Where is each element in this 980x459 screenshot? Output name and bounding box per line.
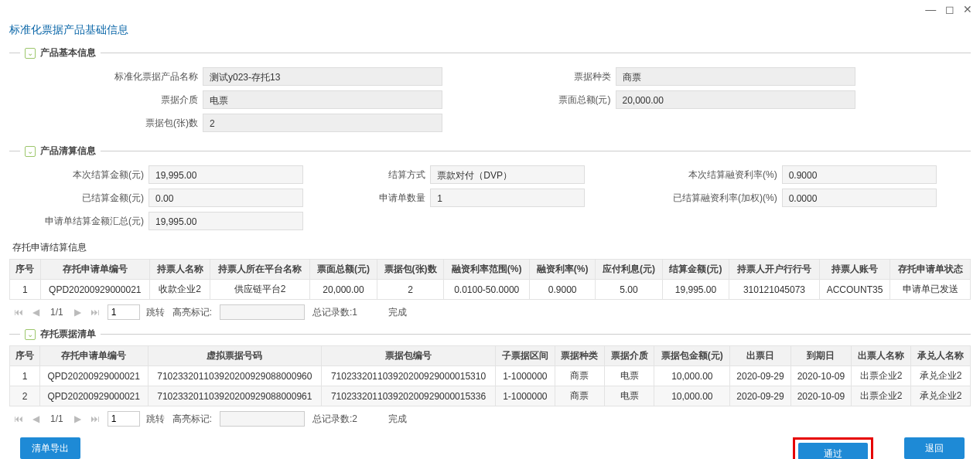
table-header: 到期日: [790, 346, 851, 366]
trust-settle-table: 序号存托申请单编号持票人名称持票人所在平台名称票面总额(元)票据包(张)数融资利…: [9, 259, 971, 300]
table-cell: 310121045073: [729, 280, 819, 300]
collapse-basic-icon[interactable]: ⌄: [25, 48, 36, 59]
pager1-last-icon[interactable]: ⏭: [89, 307, 101, 318]
pager-2: ⏮ ◀ 1/1 ▶ ⏭ 跳转 高亮标记: 总记录数:2 完成: [0, 408, 980, 430]
table-cell: 电票: [605, 366, 654, 386]
pager1-next-icon[interactable]: ▶: [73, 307, 83, 318]
table-header: 票据包(张)数: [377, 260, 444, 280]
pass-button[interactable]: 通过: [798, 443, 868, 459]
table-cell: 2020-10-09: [790, 386, 851, 406]
trust-list-table: 序号存托申请单编号虚拟票据号码票据包编号子票据区间票据种类票据介质票据包金额(元…: [9, 345, 971, 406]
table-cell: 0.0100-50.0000: [444, 280, 530, 300]
page-title: 标准化票据产品基础信息: [0, 19, 980, 42]
label-this-amt: 本次结算金额(元): [9, 168, 149, 182]
table-cell: 2: [377, 280, 444, 300]
pager1-page: 1/1: [47, 307, 67, 318]
label-settled-amt: 已结算金额(元): [9, 192, 149, 205]
close-icon[interactable]: ✕: [963, 3, 972, 15]
table-cell: 710233201103920200929088000961: [148, 386, 322, 406]
table-cell: 供应链平台2: [210, 280, 310, 300]
pager1-prev-icon[interactable]: ◀: [31, 307, 41, 318]
table-header: 结算金额(元): [662, 260, 729, 280]
pager1-jump-label[interactable]: 跳转: [146, 306, 165, 319]
collapse-trust-list-icon[interactable]: ⌄: [25, 329, 36, 340]
table-header: 票据介质: [605, 346, 654, 366]
pager2-total: 总记录数:2: [312, 413, 357, 426]
pager1-first-icon[interactable]: ⏮: [12, 307, 25, 318]
label-this-rate: 本次结算融资利率(%): [650, 168, 782, 182]
table-cell: 出票企业2: [852, 366, 911, 386]
field-bill-type: 商票: [616, 67, 855, 86]
back-button[interactable]: 退回: [904, 437, 965, 459]
trust-settle-heading: 存托申请结算信息: [0, 238, 980, 257]
table-row[interactable]: 2QPD202009290000217102332011039202009290…: [10, 386, 971, 406]
pager1-total: 总记录数:1: [312, 306, 357, 319]
table-header: 出票日: [730, 346, 790, 366]
table-cell: 商票: [555, 366, 604, 386]
table-cell: 710233201103920200929000015310: [322, 366, 496, 386]
table-header: 存托申请单编号: [40, 260, 149, 280]
pager2-first-icon[interactable]: ⏮: [12, 413, 25, 424]
table-row[interactable]: 1QPD20200929000021收款企业2供应链平台220,000.0020…: [10, 280, 971, 300]
collapse-settle-icon[interactable]: ⌄: [25, 146, 36, 157]
pager2-jump-label[interactable]: 跳转: [146, 413, 165, 426]
table-cell: 20,000.00: [310, 280, 377, 300]
table-header: 虚拟票据号码: [148, 346, 322, 366]
table-header: 持票人名称: [150, 260, 210, 280]
field-method: 票款对付（DVP）: [430, 165, 585, 184]
pager2-hl-input[interactable]: [220, 411, 305, 427]
section-trust-list-title: 存托票据清单: [40, 328, 96, 341]
table-cell: 710233201103920200929000015336: [322, 386, 496, 406]
table-cell: 10,000.00: [654, 386, 730, 406]
pager2-last-icon[interactable]: ⏭: [89, 413, 101, 424]
table-cell: 19,995.00: [662, 280, 729, 300]
table-cell: 1-1000000: [495, 366, 555, 386]
table-header: 票面总额(元): [310, 260, 377, 280]
table-cell: ACCOUNT35: [819, 280, 890, 300]
pager1-hl-input[interactable]: [220, 304, 305, 320]
label-medium: 票据介质: [9, 94, 203, 107]
table-cell: QPD20200929000021: [40, 280, 149, 300]
table-cell: QPD20200929000021: [39, 366, 148, 386]
table-cell: 2020-09-29: [730, 386, 790, 406]
table-header: 子票据区间: [495, 346, 555, 366]
label-weighted-rate: 已结算融资利率(加权)(%): [650, 192, 782, 205]
label-product-name: 标准化票据产品名称: [9, 70, 203, 83]
label-method: 结算方式: [330, 168, 430, 182]
pager2-next-icon[interactable]: ▶: [73, 413, 83, 424]
table-cell: 承兑企业2: [910, 386, 970, 406]
field-medium: 电票: [203, 90, 442, 109]
table-header: 票据包编号: [322, 346, 496, 366]
minimize-icon[interactable]: —: [925, 3, 936, 15]
table-header: 存托申请单编号: [39, 346, 148, 366]
table-header: 融资利率范围(%): [444, 260, 530, 280]
table-header: 票据包金额(元): [654, 346, 730, 366]
field-req-count: 1: [430, 189, 585, 207]
table-cell: 710233201103920200929088000960: [148, 366, 322, 386]
table-header: 应付利息(元): [596, 260, 663, 280]
export-button[interactable]: 清单导出: [20, 437, 80, 459]
field-pkg-count: 2: [203, 114, 442, 132]
table-cell: 电票: [605, 386, 654, 406]
table-cell: QPD20200929000021: [39, 386, 148, 406]
field-settled-amt: 0.00: [149, 189, 303, 207]
table-header: 存托申请单状态: [890, 260, 971, 280]
table-cell: 1: [10, 280, 41, 300]
pager2-page-input[interactable]: [108, 411, 140, 427]
pass-button-highlight: 通过: [793, 437, 873, 459]
pager1-page-input[interactable]: [108, 304, 140, 320]
table-row[interactable]: 1QPD202009290000217102332011039202009290…: [10, 366, 971, 386]
table-cell: 承兑企业2: [910, 366, 970, 386]
pager-1: ⏮ ◀ 1/1 ▶ ⏭ 跳转 高亮标记: 总记录数:1 完成: [0, 301, 980, 323]
table-cell: 2: [10, 386, 40, 406]
table-cell: 2020-10-09: [790, 366, 851, 386]
label-face-total: 票面总额(元): [490, 94, 616, 107]
pager2-prev-icon[interactable]: ◀: [31, 413, 41, 424]
field-this-rate: 0.9000: [782, 165, 937, 184]
field-req-sum: 19,995.00: [149, 212, 303, 230]
table-header: 序号: [10, 260, 41, 280]
table-cell: 商票: [555, 386, 604, 406]
restore-icon[interactable]: ◻: [945, 3, 954, 15]
table-cell: 1-1000000: [495, 386, 555, 406]
table-header: 票据种类: [555, 346, 604, 366]
